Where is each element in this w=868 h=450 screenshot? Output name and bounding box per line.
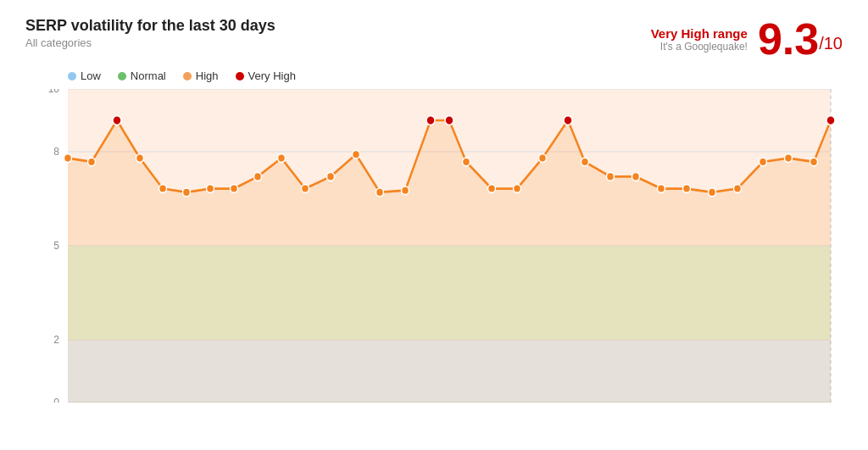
ylabel-5: 5 bbox=[53, 240, 59, 253]
dot-11 bbox=[327, 172, 335, 181]
legend-item-low: Low bbox=[68, 69, 101, 82]
legend-dot-very-high bbox=[236, 72, 244, 81]
legend: Low Normal High Very High bbox=[68, 69, 843, 82]
subtitle: All categories bbox=[25, 36, 275, 49]
legend-dot-high bbox=[183, 72, 192, 81]
dot-13 bbox=[376, 188, 384, 197]
score-display: 9.3/10 bbox=[758, 17, 843, 61]
ylabel-2: 2 bbox=[53, 334, 59, 347]
dot-8 bbox=[254, 172, 262, 181]
dot-very-high-2 bbox=[426, 116, 435, 125]
score-denom: /10 bbox=[819, 34, 843, 53]
page-title: SERP volatility for the last 30 days bbox=[25, 17, 275, 35]
score-value: 9.3 bbox=[758, 14, 819, 64]
legend-item-high: High bbox=[183, 69, 219, 82]
dot-25 bbox=[734, 185, 742, 193]
ylabel-10: 10 bbox=[48, 89, 59, 95]
legend-item-normal: Normal bbox=[118, 69, 166, 82]
legend-label-very-high: Very High bbox=[248, 69, 296, 82]
dot-23 bbox=[683, 185, 691, 193]
dot-very-high-4 bbox=[564, 116, 572, 125]
dot-very-high-3 bbox=[445, 116, 453, 125]
dot-27 bbox=[785, 154, 793, 163]
dot-2 bbox=[88, 158, 96, 166]
dot-12 bbox=[353, 150, 360, 158]
legend-dot-normal bbox=[118, 72, 126, 81]
range-title: Very High range bbox=[651, 26, 748, 41]
dot-20 bbox=[607, 172, 615, 181]
dot-22 bbox=[658, 185, 665, 193]
legend-label-normal: Normal bbox=[131, 69, 166, 82]
ylabel-8: 8 bbox=[53, 146, 59, 158]
dot-28 bbox=[810, 158, 818, 166]
ylabel-0: 0 bbox=[53, 397, 59, 403]
legend-dot-low bbox=[68, 72, 76, 81]
dot-17 bbox=[514, 185, 521, 193]
chart-svg: 10 8 5 2 0 bbox=[25, 89, 843, 403]
header-right: Very High range It's a Googlequake! 9.3/… bbox=[651, 17, 843, 61]
dot-3 bbox=[136, 154, 144, 163]
dot-very-high-1 bbox=[113, 116, 121, 125]
header-left: SERP volatility for the last 30 days All… bbox=[25, 17, 275, 49]
dot-1 bbox=[64, 154, 72, 163]
dot-4 bbox=[159, 185, 167, 193]
dot-9 bbox=[278, 154, 286, 163]
dot-5 bbox=[183, 188, 191, 197]
chart-area: 10 8 5 2 0 bbox=[25, 89, 843, 403]
dot-26 bbox=[760, 158, 767, 166]
dot-14 bbox=[402, 186, 409, 195]
legend-label-high: High bbox=[196, 69, 219, 82]
page-container: SERP volatility for the last 30 days All… bbox=[0, 0, 868, 450]
header: SERP volatility for the last 30 days All… bbox=[25, 17, 843, 61]
dot-19 bbox=[581, 158, 589, 166]
dot-24 bbox=[709, 188, 716, 197]
dot-15 bbox=[463, 158, 470, 166]
dot-6 bbox=[207, 185, 214, 193]
dot-18 bbox=[539, 154, 547, 163]
dot-21 bbox=[632, 172, 640, 181]
range-label: Very High range It's a Googlequake! bbox=[651, 26, 748, 53]
dot-16 bbox=[488, 185, 496, 193]
legend-label-low: Low bbox=[81, 69, 101, 82]
dot-7 bbox=[231, 185, 238, 193]
dot-very-high-5 bbox=[826, 116, 835, 125]
range-subtitle: It's a Googlequake! bbox=[651, 41, 748, 53]
legend-item-very-high: Very High bbox=[236, 69, 296, 82]
dot-10 bbox=[302, 185, 309, 193]
